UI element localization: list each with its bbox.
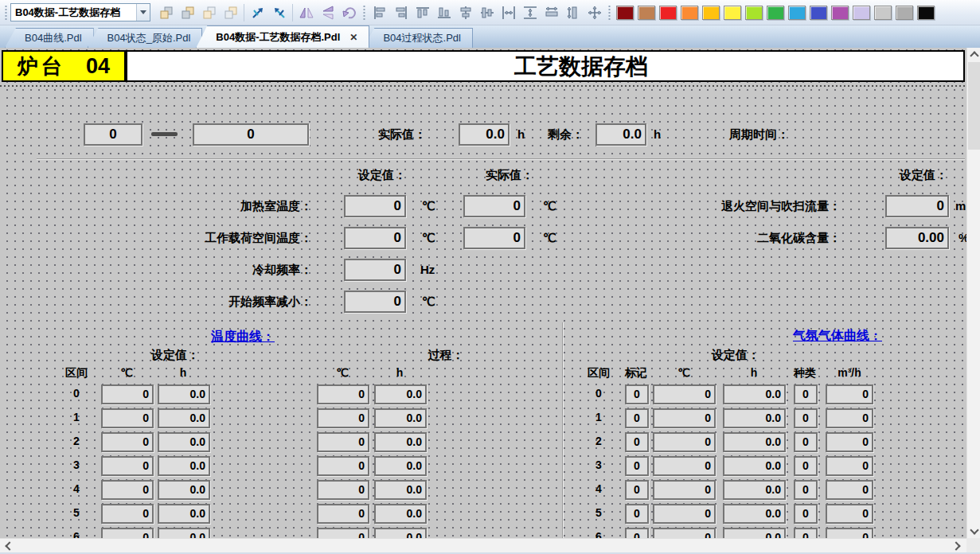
scroll-down-icon[interactable]: [967, 525, 980, 538]
color-swatch-yellow[interactable]: [724, 6, 741, 20]
center-vertical-icon[interactable]: [476, 3, 498, 22]
send-backward-icon[interactable]: [220, 3, 241, 22]
gas-kind-field[interactable]: 0: [794, 432, 818, 452]
align-right-icon[interactable]: [390, 3, 412, 22]
temp-sp-temp-field[interactable]: 0: [101, 408, 154, 428]
horizontal-scrollbar[interactable]: [0, 538, 966, 552]
bring-forward-icon[interactable]: [198, 3, 220, 22]
gas-mark-field[interactable]: 0: [625, 480, 649, 500]
gas-temp-field[interactable]: 0: [653, 384, 716, 404]
scroll-left-icon[interactable]: [2, 539, 15, 552]
co2-field[interactable]: 0.00: [885, 227, 949, 249]
tab-b04-data-archive[interactable]: B04数据-工艺数据存档.Pdl ✕: [196, 25, 369, 48]
send-to-back-icon[interactable]: [177, 3, 198, 22]
space-horizontal-icon[interactable]: [498, 3, 519, 22]
flip-vertical-icon[interactable]: [317, 3, 338, 22]
color-swatch-darkred[interactable]: [616, 6, 634, 20]
color-swatch-blue[interactable]: [810, 6, 827, 20]
work-load-sp-field[interactable]: 0: [344, 227, 406, 249]
vertical-scrollbar-thumb[interactable]: [968, 62, 980, 150]
gas-flow-field[interactable]: 0: [826, 384, 873, 404]
temp-pv-temp-field[interactable]: 0: [317, 384, 369, 404]
scroll-up-icon[interactable]: [967, 48, 980, 61]
gas-temp-field[interactable]: 0: [653, 504, 716, 524]
gas-time-field[interactable]: 0.0: [723, 480, 786, 500]
temp-pv-time-field[interactable]: 0.0: [374, 504, 427, 524]
color-swatch-red[interactable]: [659, 6, 677, 20]
segment-from-field[interactable]: 0: [84, 123, 143, 146]
toolbar-grip[interactable]: [4, 4, 8, 21]
atmosphere-gas-curve-link[interactable]: 气氛气体曲线：: [774, 328, 901, 345]
color-swatch-gold[interactable]: [702, 6, 720, 20]
combo-dropdown-arrow-icon[interactable]: [136, 4, 150, 21]
rotate-ccw-icon[interactable]: [268, 3, 290, 22]
gas-time-field[interactable]: 0.0: [723, 504, 786, 524]
gas-mark-field[interactable]: 0: [625, 408, 649, 428]
screen-selector-combo[interactable]: B04数据-工艺数据存档: [10, 3, 150, 21]
gas-time-field[interactable]: 0.0: [723, 408, 786, 428]
heating-room-sp-field[interactable]: 0: [344, 195, 406, 217]
temp-pv-temp-field[interactable]: 0: [317, 528, 369, 538]
gas-kind-field[interactable]: 0: [794, 408, 818, 428]
same-width-icon[interactable]: [541, 3, 562, 22]
gas-flow-field[interactable]: 0: [826, 432, 873, 452]
gas-kind-field[interactable]: 0: [794, 456, 818, 476]
gas-flow-field[interactable]: 0: [826, 456, 873, 476]
rotate-cw-icon[interactable]: [247, 3, 268, 22]
anneal-purge-field[interactable]: 0: [885, 195, 949, 217]
temp-sp-time-field[interactable]: 0.0: [158, 408, 210, 428]
actual-time-field[interactable]: 0.0: [459, 123, 510, 146]
color-swatch-lavender[interactable]: [853, 6, 870, 20]
gas-time-field[interactable]: 0.0: [723, 432, 786, 452]
temp-pv-time-field[interactable]: 0.0: [374, 384, 427, 404]
gas-kind-field[interactable]: 0: [794, 528, 818, 538]
gas-flow-field[interactable]: 0: [826, 408, 873, 428]
temp-pv-time-field[interactable]: 0.0: [374, 480, 427, 500]
same-height-icon[interactable]: [562, 3, 584, 22]
temp-pv-temp-field[interactable]: 0: [317, 432, 369, 452]
tab-b04-curve[interactable]: B04曲线.Pdl: [5, 28, 94, 48]
rotate-90-icon[interactable]: [338, 3, 360, 22]
temp-pv-time-field[interactable]: 0.0: [374, 456, 427, 476]
temp-pv-temp-field[interactable]: 0: [317, 504, 369, 524]
temp-sp-time-field[interactable]: 0.0: [158, 384, 210, 404]
align-left-icon[interactable]: [369, 3, 390, 22]
temperature-curve-link[interactable]: 温度曲线：: [199, 329, 287, 345]
color-swatch-black[interactable]: [917, 6, 935, 20]
color-swatch-cyan[interactable]: [788, 6, 806, 20]
scroll-right-icon[interactable]: [951, 539, 964, 552]
gas-temp-field[interactable]: 0: [653, 408, 716, 428]
gas-mark-field[interactable]: 0: [625, 456, 649, 476]
bring-to-front-icon[interactable]: [155, 3, 177, 22]
heating-room-pv-field[interactable]: 0: [463, 195, 525, 217]
gas-flow-field[interactable]: 0: [826, 528, 873, 538]
gas-mark-field[interactable]: 0: [625, 432, 649, 452]
gas-kind-field[interactable]: 0: [794, 504, 818, 524]
work-load-pv-field[interactable]: 0: [463, 227, 525, 249]
color-swatch-yellowgreen[interactable]: [745, 6, 763, 20]
color-swatch-green[interactable]: [767, 6, 784, 20]
temp-sp-time-field[interactable]: 0.0: [158, 456, 210, 476]
temp-sp-temp-field[interactable]: 0: [101, 384, 154, 404]
color-swatch-orange[interactable]: [681, 6, 698, 20]
color-swatch-purple[interactable]: [831, 6, 849, 20]
temp-sp-time-field[interactable]: 0.0: [158, 480, 210, 500]
temp-sp-temp-field[interactable]: 0: [101, 528, 154, 538]
color-swatch-tan[interactable]: [638, 6, 655, 20]
gas-time-field[interactable]: 0.0: [723, 456, 786, 476]
vertical-scrollbar[interactable]: [966, 48, 980, 538]
tab-close-icon[interactable]: ✕: [349, 32, 357, 43]
gas-kind-field[interactable]: 0: [794, 384, 818, 404]
tab-b04-process-status[interactable]: B04过程状态.Pdl: [363, 28, 473, 48]
gas-time-field[interactable]: 0.0: [723, 528, 786, 538]
gas-mark-field[interactable]: 0: [625, 504, 649, 524]
space-vertical-icon[interactable]: [519, 3, 541, 22]
temp-sp-time-field[interactable]: 0.0: [158, 504, 210, 524]
temp-pv-time-field[interactable]: 0.0: [374, 432, 427, 452]
segment-to-field[interactable]: 0: [193, 123, 309, 146]
same-size-icon[interactable]: [584, 3, 605, 22]
gas-temp-field[interactable]: 0: [653, 432, 716, 452]
temp-pv-temp-field[interactable]: 0: [317, 480, 369, 500]
temp-sp-temp-field[interactable]: 0: [101, 480, 154, 500]
color-swatch-gray[interactable]: [896, 6, 913, 20]
